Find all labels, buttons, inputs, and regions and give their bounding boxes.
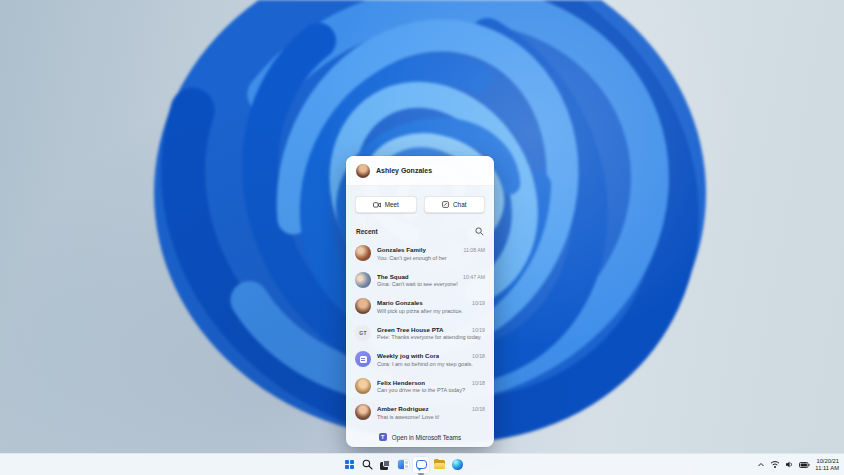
chat-time: 10/19: [472, 327, 485, 333]
avatar-mario-gonzales: [355, 298, 371, 314]
chat-name: Mario Gonzales: [377, 299, 423, 306]
speaker-icon: [785, 460, 794, 469]
chat-preview: That is awesome! Love it!: [377, 414, 485, 420]
chat-list-item[interactable]: Weekly jog with Cora 10/18 Cora: I am so…: [346, 346, 494, 373]
chat-name: Amber Rodriguez: [377, 405, 429, 412]
avatar-gonzales-family: [355, 245, 371, 261]
open-in-teams-link[interactable]: T Open in Microsoft Teams: [346, 427, 494, 447]
avatar-felix-henderson: [355, 378, 371, 394]
wifi-icon: [770, 460, 780, 469]
recent-chat-list: Gonzales Family 11:08 AM You: Can't get …: [346, 240, 494, 427]
video-camera-icon: [373, 202, 381, 208]
chat-preview: Can you drive me to the PTA today?: [377, 387, 485, 393]
calendar-glyph-icon: [360, 356, 367, 363]
chat-name: Felix Henderson: [377, 379, 425, 386]
chat-preview: Will pick up pizza after my practice.: [377, 308, 485, 314]
microsoft-teams-icon: T: [379, 433, 387, 441]
teams-chat-flyout: Ashley Gonzales Meet Chat Recent: [346, 156, 494, 447]
edge-button[interactable]: [449, 457, 465, 473]
file-explorer-button[interactable]: [431, 457, 447, 473]
volume-button[interactable]: [785, 454, 794, 475]
chevron-up-icon: [757, 461, 765, 469]
chat-time: 11:08 AM: [463, 247, 485, 253]
hidden-icons-button[interactable]: [757, 454, 765, 475]
battery-button[interactable]: [799, 454, 810, 475]
taskbar-center-icons: [341, 454, 465, 475]
search-taskbar-button[interactable]: [359, 457, 375, 473]
compose-chat-icon: [442, 201, 449, 208]
chat-list-item[interactable]: GT Green Tree House PTA 10/19 Pete: Than…: [346, 320, 494, 347]
meet-button[interactable]: Meet: [355, 196, 417, 213]
taskbar: 10/20/21 11:11 AM: [0, 453, 844, 475]
windows-11-desktop: Ashley Gonzales Meet Chat Recent: [0, 0, 844, 475]
windows-logo-icon: [345, 460, 354, 469]
recent-label: Recent: [356, 228, 378, 235]
network-button[interactable]: [770, 454, 780, 475]
task-view-icon: [380, 460, 390, 470]
chat-name: Gonzales Family: [377, 246, 426, 253]
file-explorer-icon: [434, 460, 445, 469]
chat-time: 10/19: [472, 300, 485, 306]
chat-name: Weekly jog with Cora: [377, 352, 439, 359]
recent-header-row: Recent: [346, 218, 494, 240]
chat-name: The Squad: [377, 273, 409, 280]
chat-list-item[interactable]: Felix Henderson 10/18 Can you drive me t…: [346, 373, 494, 400]
teams-chat-icon: [416, 460, 427, 470]
chat-flyout-header: Ashley Gonzales: [346, 156, 494, 186]
quick-actions: Meet Chat: [346, 186, 494, 218]
chat-time: 10:47 AM: [463, 274, 485, 280]
taskbar-time: 11:11 AM: [815, 465, 839, 472]
user-avatar[interactable]: [356, 164, 370, 178]
system-tray: 10/20/21 11:11 AM: [757, 454, 839, 475]
chat-list-item[interactable]: The Squad 10:47 AM Gina: Can't wait to s…: [346, 267, 494, 294]
avatar-green-tree-house-pta: GT: [355, 325, 371, 341]
chat-button-label: Chat: [453, 201, 467, 208]
avatar-amber-rodriguez: [355, 404, 371, 420]
chat-taskbar-button[interactable]: [413, 457, 429, 473]
chat-preview: Cora: I am so behind on my step goals.: [377, 361, 485, 367]
search-icon: [362, 459, 373, 470]
taskbar-date: 10/20/21: [815, 458, 839, 465]
chat-name: Green Tree House PTA: [377, 326, 444, 333]
avatar-initials: GT: [359, 330, 366, 336]
start-button[interactable]: [341, 457, 357, 473]
chat-list-item[interactable]: Amber Rodriguez 10/18 That is awesome! L…: [346, 399, 494, 426]
edge-browser-icon: [452, 459, 463, 470]
task-view-button[interactable]: [377, 457, 393, 473]
chat-preview: Gina: Can't wait to see everyone!: [377, 281, 485, 287]
open-in-teams-label: Open in Microsoft Teams: [392, 434, 462, 441]
chat-time: 10/18: [472, 353, 485, 359]
widgets-button[interactable]: [395, 457, 411, 473]
widgets-icon: [398, 460, 409, 469]
meet-button-label: Meet: [385, 201, 399, 208]
chat-time: 10/18: [472, 380, 485, 386]
chat-list-item[interactable]: Mario Gonzales 10/19 Will pick up pizza …: [346, 293, 494, 320]
search-icon[interactable]: [474, 226, 484, 236]
chat-time: 10/18: [472, 406, 485, 412]
chat-preview: You: Can't get enough of her: [377, 255, 485, 261]
chat-list-item[interactable]: Gonzales Family 11:08 AM You: Can't get …: [346, 240, 494, 267]
user-name: Ashley Gonzales: [376, 167, 432, 174]
chat-preview: Pete: Thanks everyone for attending toda…: [377, 334, 485, 340]
avatar-weekly-jog-icon: [355, 351, 371, 367]
battery-icon: [799, 461, 810, 469]
chat-button[interactable]: Chat: [424, 196, 486, 213]
taskbar-clock[interactable]: 10/20/21 11:11 AM: [815, 458, 839, 472]
avatar-the-squad: [355, 272, 371, 288]
